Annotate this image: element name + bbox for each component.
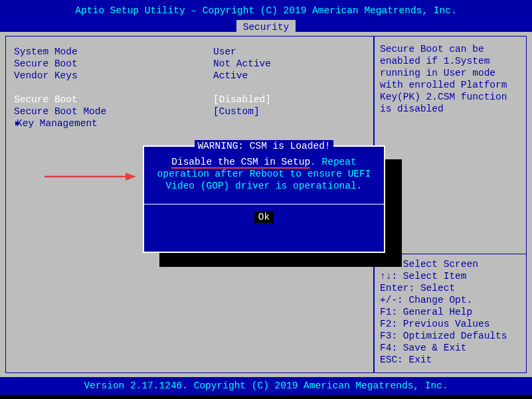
vendor-keys-row: Vendor Keys Active (14, 70, 365, 82)
hint-enter: Enter: Select (380, 282, 521, 294)
hint-f3: F3: Optimized Defaults (380, 330, 521, 342)
submenu-triangle-icon: ▶ (15, 118, 20, 129)
dialog-title: WARNING: CSM is Loaded! (195, 140, 333, 152)
vendor-keys-label: Vendor Keys (14, 70, 213, 82)
secure-boot-status-value: Not Active (213, 58, 271, 70)
header-title: Aptio Setup Utility – Copyright (C) 2019… (0, 3, 532, 17)
secure-boot-mode-label: Secure Boot Mode (14, 106, 213, 118)
key-hints: →←: Select Screen ↑↓: Select Item Enter:… (375, 254, 526, 366)
hint-change: +/-: Change Opt. (380, 294, 521, 306)
key-management-row[interactable]: ▶ Key Management (14, 118, 365, 129)
hint-esc: ESC: Exit (380, 354, 521, 366)
footer: Version 2.17.1246. Copyright (C) 2019 Am… (0, 377, 532, 395)
hint-f4: F4: Save & Exit (380, 342, 521, 354)
system-mode-row: System Mode User (14, 46, 365, 58)
dialog-highlight: Disable the CSM in Setup (171, 157, 310, 169)
spacer (14, 82, 365, 94)
help-text: Secure Boot can be enabled if 1.System r… (380, 43, 521, 115)
hint-f2: F2: Previous Values (380, 318, 521, 330)
hint-select-item: ↑↓: Select Item (380, 270, 521, 282)
secure-boot-setting-row[interactable]: Secure Boot [Disabled] (14, 94, 365, 106)
warning-dialog: WARNING: CSM is Loaded! Disable the CSM … (143, 145, 385, 253)
dialog-body: Disable the CSM in Setup. Repeat operati… (144, 152, 384, 199)
ok-button[interactable]: Ok (254, 211, 274, 223)
vendor-keys-value: Active (213, 70, 248, 82)
secure-boot-setting-value: [Disabled] (213, 94, 271, 106)
system-mode-value: User (213, 46, 236, 58)
secure-boot-mode-value: [Custom] (213, 106, 260, 118)
secure-boot-status-label: Secure Boot (14, 58, 213, 70)
secure-boot-setting-label: Secure Boot (14, 94, 213, 106)
key-management-label: Key Management (14, 118, 213, 129)
system-mode-label: System Mode (14, 46, 213, 58)
secure-boot-mode-row[interactable]: Secure Boot Mode [Custom] (14, 106, 365, 118)
header: Aptio Setup Utility – Copyright (C) 2019… (0, 0, 532, 32)
footer-text: Version 2.17.1246. Copyright (C) 2019 Am… (84, 380, 448, 391)
secure-boot-status-row: Secure Boot Not Active (14, 58, 365, 70)
hint-f1: F1: General Help (380, 306, 521, 318)
bios-screen: Aptio Setup Utility – Copyright (C) 2019… (0, 0, 532, 399)
